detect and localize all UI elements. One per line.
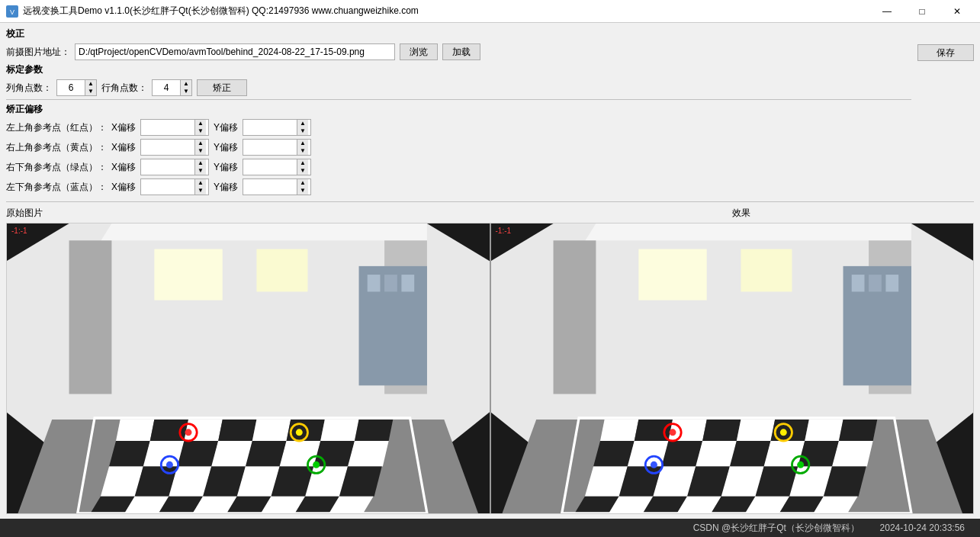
svg-marker-77 [661, 441, 702, 467]
col-corners-down[interactable]: ▼ [85, 88, 96, 95]
bottom-right-label: 右下角参考点（绿点）： [6, 161, 107, 174]
bottomleft-x-input[interactable]: 0.00000 [141, 179, 194, 195]
bottomleft-x-up[interactable]: ▲ [195, 179, 206, 187]
col-corners-up[interactable]: ▲ [85, 80, 96, 88]
topright-x-down[interactable]: ▼ [195, 147, 206, 155]
topright-x-spinbox[interactable]: 0.00000 ▲ ▼ [140, 139, 209, 156]
topleft-y-spinbox[interactable]: 0.00000 ▲ ▼ [243, 119, 311, 136]
svg-point-105 [650, 461, 657, 468]
title-text: 远视变换工具Demo v1.1.0(长沙红胖子Qt(长沙创微智科) QQ:214… [23, 5, 870, 18]
svg-point-103 [779, 429, 786, 436]
topleft-x-spinbox[interactable]: 0.00000 ▲ ▼ [140, 119, 209, 136]
col-corners-label: 列角点数： [6, 82, 52, 95]
original-panel: -1:-1 [7, 223, 490, 513]
bottomleft-x-down[interactable]: ▼ [195, 187, 206, 195]
bottomright-y-spinbox[interactable]: 0.00000 ▲ ▼ [243, 159, 311, 175]
row-corners-label: 行角点数： [101, 82, 147, 95]
svg-marker-29 [348, 441, 389, 467]
col-corners-input[interactable]: 6 [57, 80, 85, 95]
topleft-y-down[interactable]: ▼ [297, 127, 308, 135]
topright-y-down[interactable]: ▼ [297, 147, 308, 155]
offset-row-bottomright: 右下角参考点（绿点）： X偏移 0.00000 ▲ ▼ Y偏移 0.00000 … [6, 159, 911, 175]
bottom-text: CSDN @长沙红胖子Qt（长沙创微智科） 2024-10-24 20:33:5… [693, 522, 965, 535]
topleft-y-up[interactable]: ▲ [297, 120, 308, 127]
svg-marker-26 [246, 441, 287, 467]
panels-header: 原始图片 效果 [6, 205, 974, 221]
topright-x-up[interactable]: ▲ [195, 140, 206, 147]
svg-rect-8 [256, 249, 307, 292]
effect-panel: -1:-1 [490, 223, 974, 513]
svg-marker-5 [69, 240, 112, 394]
row-corners-spinbox[interactable]: 4 ▲ ▼ [152, 79, 192, 96]
svg-point-48 [185, 429, 192, 436]
row-corners-up[interactable]: ▲ [181, 80, 191, 88]
svg-rect-65 [885, 275, 898, 291]
svg-marker-17 [218, 420, 256, 441]
top-left-label: 左上角参考点（红点）： [6, 121, 107, 134]
topleft-y-arrows: ▲ ▼ [297, 120, 308, 135]
svg-marker-78 [696, 441, 737, 467]
col-corners-spinbox[interactable]: 6 ▲ ▼ [56, 79, 97, 96]
title-bar: V 远视变换工具Demo v1.1.0(长沙红胖子Qt(长沙创微智科) QQ:2… [0, 0, 980, 23]
close-button[interactable]: ✕ [940, 0, 974, 23]
bottomleft-y-down[interactable]: ▼ [297, 187, 308, 195]
bottomright-y-input[interactable]: 0.00000 [243, 159, 297, 175]
topleft-x-up[interactable]: ▲ [195, 120, 206, 127]
topleft-x-down[interactable]: ▼ [195, 127, 206, 135]
svg-text:V: V [10, 8, 14, 16]
calibrate-button[interactable]: 矫正 [197, 79, 247, 96]
original-panel-header: 原始图片 [6, 205, 248, 221]
bottomleft-y-spinbox[interactable]: 0.00000 ▲ ▼ [243, 178, 311, 195]
topright-y-up[interactable]: ▲ [297, 140, 308, 147]
row-corners-down[interactable]: ▼ [181, 88, 191, 95]
bottom-datetime: 2024-10-24 20:33:56 [880, 523, 965, 533]
svg-rect-60 [638, 249, 706, 301]
minimize-button[interactable]: — [870, 0, 904, 23]
original-panel-content: -1:-1 [7, 223, 490, 513]
topright-x-arrows: ▲ ▼ [194, 140, 206, 155]
load-button[interactable]: 加载 [442, 43, 480, 60]
bottomleft-y-arrows: ▲ ▼ [297, 179, 308, 195]
bottomleft-x-spinbox[interactable]: 0.00000 ▲ ▼ [140, 178, 209, 195]
svg-marker-58 [553, 240, 596, 394]
x-offset-label-3: X偏移 [111, 181, 136, 194]
topright-y-arrows: ▲ ▼ [297, 140, 308, 155]
row-corners-input[interactable]: 4 [153, 80, 180, 95]
image-path-label: 前摄图片地址： [6, 46, 70, 59]
left-controls: 校正 前摄图片地址： 浏览 加载 标定参数 列角点数： 6 ▲ ▼ [6, 27, 911, 198]
offset-row-topright: 右上角参考点（黄点）： X偏移 0.00000 ▲ ▼ Y偏移 0.00000 … [6, 139, 911, 156]
row-corners-arrows: ▲ ▼ [180, 80, 191, 95]
svg-rect-61 [741, 249, 792, 292]
divider-1 [6, 99, 911, 100]
topleft-x-arrows: ▲ ▼ [194, 120, 206, 135]
svg-marker-70 [702, 420, 741, 441]
topleft-x-input[interactable]: 0.00000 [141, 120, 194, 135]
bottomright-x-up[interactable]: ▲ [195, 159, 206, 167]
bottomright-x-input[interactable]: 0.00000 [141, 159, 194, 175]
topright-y-spinbox[interactable]: 0.00000 ▲ ▼ [243, 139, 311, 156]
correction-offset-header: 矫正偏移 [6, 103, 911, 116]
svg-marker-67 [600, 420, 638, 441]
bottom-bar: CSDN @长沙红胖子Qt（长沙创微智科） 2024-10-24 20:33:5… [0, 519, 980, 537]
maximize-button[interactable]: □ [905, 0, 939, 23]
main-content: 校正 前摄图片地址： 浏览 加载 标定参数 列角点数： 6 ▲ ▼ [0, 23, 980, 519]
image-path-input[interactable] [75, 43, 395, 60]
svg-rect-11 [384, 275, 397, 291]
bottomleft-y-input[interactable]: 0.00000 [243, 179, 297, 195]
bottomright-y-down[interactable]: ▼ [297, 167, 308, 175]
svg-point-107 [797, 461, 804, 468]
bottomleft-y-up[interactable]: ▲ [297, 179, 308, 187]
effect-indicator: -1:-1 [496, 227, 512, 235]
bottomright-x-spinbox[interactable]: 0.00000 ▲ ▼ [140, 159, 209, 175]
bottomright-x-down[interactable]: ▼ [195, 167, 206, 175]
svg-point-52 [166, 461, 173, 468]
bottomleft-x-arrows: ▲ ▼ [194, 179, 206, 195]
top-controls: 校正 前摄图片地址： 浏览 加载 标定参数 列角点数： 6 ▲ ▼ [6, 27, 974, 198]
topright-y-input[interactable]: 0.00000 [243, 140, 297, 155]
topleft-y-input[interactable]: 0.00000 [243, 120, 297, 135]
topright-x-input[interactable]: 0.00000 [141, 140, 194, 155]
save-button[interactable]: 保存 [917, 44, 974, 61]
bottomright-y-up[interactable]: ▲ [297, 159, 308, 167]
svg-marker-22 [109, 441, 150, 467]
browse-button[interactable]: 浏览 [400, 43, 438, 60]
